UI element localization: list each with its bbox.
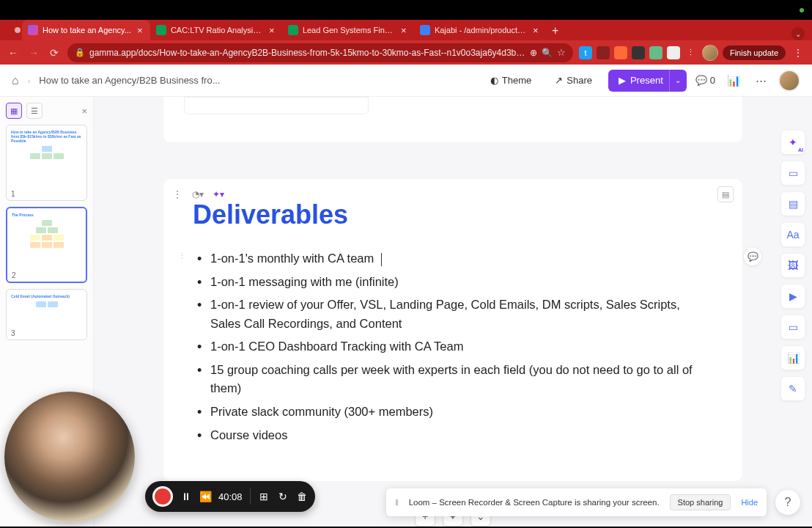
app-header: ⌂ › How to take an Agency/B2B Business f… (0, 65, 812, 97)
slide-thumbnail-1[interactable]: How to take an Agency/B2B Business from … (6, 125, 87, 201)
comments-button[interactable]: 💬0 (695, 75, 715, 86)
browser-tab-sheets[interactable]: CAC:LTV Ratio Analysis - Go... × (150, 20, 282, 40)
close-tab-icon[interactable]: × (136, 25, 144, 36)
ext-twitter-icon[interactable]: t (579, 46, 592, 59)
share-label: Share (566, 75, 592, 86)
present-label: Present (630, 75, 663, 86)
tab-strip: How to take an Agency... × CAC:LTV Ratio… (0, 20, 812, 40)
profile-avatar[interactable] (702, 45, 718, 61)
forward-button[interactable]: → (26, 47, 41, 59)
chrome-menu-icon[interactable]: ⋮ (790, 47, 806, 59)
stop-sharing-button[interactable]: Stop sharing (670, 494, 731, 510)
text-format-button[interactable]: Aa (781, 223, 805, 246)
card-layout-icon[interactable]: ▤ (717, 186, 734, 202)
tab-title: CAC:LTV Ratio Analysis - Go... (171, 26, 263, 34)
favicon-sheets (156, 25, 166, 35)
close-panel-icon[interactable]: × (81, 106, 87, 117)
more-menu-icon[interactable]: ⋯ (753, 71, 769, 90)
card-style-icon[interactable]: ◔▾ (190, 186, 206, 202)
hide-banner-button[interactable]: Hide (741, 498, 758, 507)
add-comment-icon[interactable]: 💬 (744, 248, 761, 265)
pause-icon[interactable]: ⏸ (180, 491, 192, 502)
list-item[interactable]: 1-on-1 messaging with me (infinite) (209, 273, 713, 292)
embed-button[interactable]: ▭ (781, 315, 805, 339)
back-button[interactable]: ← (6, 47, 21, 59)
zoom-icon[interactable]: 🔍 (542, 48, 553, 58)
deliverables-card[interactable]: ⋮ ◔▾ ✦▾ ▤ ⋮ 💬 Deliverables 1-on-1's mont… (163, 179, 742, 481)
loom-camera[interactable] (4, 392, 135, 522)
ext-icon[interactable] (632, 46, 645, 59)
theme-button[interactable]: ◐Theme (483, 70, 539, 90)
user-avatar[interactable] (778, 70, 800, 92)
close-tab-icon[interactable]: × (399, 25, 408, 36)
video-button[interactable]: ▶ (781, 285, 805, 308)
thumb-title: Cold Email (Automated Outreach) (11, 294, 82, 298)
layout-button[interactable]: ▤ (781, 192, 805, 216)
list-item[interactable]: 1-on-1's monthly with CA team (209, 249, 713, 268)
close-tab-icon[interactable]: × (267, 25, 276, 36)
trash-icon[interactable]: 🗑 (296, 491, 308, 502)
list-view-toggle[interactable]: ☰ (26, 103, 43, 119)
image-button[interactable]: 🖼 (781, 254, 805, 277)
previous-card-stub[interactable] (163, 97, 742, 142)
list-item[interactable]: 1-on-1 CEO Dashboard Tracking with CA Te… (209, 337, 713, 356)
list-item[interactable]: 15 group coaching calls per week with ex… (209, 361, 713, 398)
thumb-title: How to take an Agency/B2B Business from … (11, 130, 82, 143)
row-drag-handle[interactable]: ⋮ (176, 250, 188, 262)
slide-thumbnail-3[interactable]: Cold Email (Automated Outreach) 3 (6, 289, 87, 340)
draw-button[interactable]: ✎ (781, 377, 805, 400)
thumb-title: The Process (12, 213, 81, 217)
list-item[interactable]: Course videos (209, 426, 713, 445)
list-item[interactable]: Private slack community (300+ members) (209, 403, 713, 422)
favicon-kajabi (420, 25, 430, 35)
translate-icon[interactable]: ⊕ (530, 48, 537, 58)
close-tab-icon[interactable]: × (531, 25, 540, 36)
present-dropdown[interactable]: ⌄ (669, 70, 687, 92)
reload-button[interactable]: ⟳ (47, 47, 62, 59)
theme-label: Theme (502, 75, 531, 86)
bullet-text: 15 group coaching calls per week with ex… (210, 363, 693, 395)
new-tab-button[interactable]: + (546, 21, 564, 40)
browser-tab-kajabi[interactable]: Kajabi - /admin/products/214 × (414, 20, 546, 40)
present-button[interactable]: ▶Present (608, 70, 673, 92)
help-button[interactable]: ? (775, 490, 800, 515)
canvas-icon[interactable]: ⊞ (258, 491, 270, 502)
extensions-menu-icon[interactable]: ⋮ (684, 46, 698, 59)
chart-button[interactable]: 📊 (781, 346, 805, 370)
comment-count: 0 (710, 75, 715, 86)
bullet-text: 1-on-1 review of your Offer, VSL, Landin… (210, 298, 680, 330)
url-input[interactable]: 🔒 gamma.app/docs/How-to-take-an-AgencyB2… (67, 43, 573, 62)
tab-title: How to take an Agency... (43, 26, 131, 34)
drag-handle-icon[interactable]: ⋮ (169, 186, 185, 202)
stop-recording-button[interactable] (152, 486, 173, 507)
ai-assistant-button[interactable]: ✦AI (781, 131, 805, 154)
restart-icon[interactable]: ↻ (277, 491, 289, 502)
theme-icon: ◐ (490, 75, 498, 86)
rewind-icon[interactable]: ⏪ (199, 491, 211, 502)
slide-thumbnail-2[interactable]: The Process 2 (6, 207, 87, 283)
breadcrumb[interactable]: How to take an Agency/B2B Business fro..… (39, 75, 220, 86)
browser-tab-sheets2[interactable]: Lead Gen Systems Financial × (282, 20, 414, 40)
tabs-dropdown-button[interactable]: ⌄ (791, 27, 805, 40)
ext-icon[interactable] (597, 46, 610, 59)
list-item[interactable]: 1-on-1 review of your Offer, VSL, Landin… (209, 296, 713, 333)
browser-tab-gamma[interactable]: How to take an Agency... × (22, 20, 150, 40)
grip-icon[interactable]: ⦀ (395, 498, 399, 507)
card-templates-button[interactable]: ▭ (781, 161, 805, 185)
ext-icon[interactable] (667, 46, 680, 59)
tab-title: Kajabi - /admin/products/214 (435, 26, 527, 34)
ext-icon[interactable] (649, 46, 662, 59)
share-button[interactable]: ↗Share (547, 70, 599, 90)
bullet-list[interactable]: 1-on-1's monthly with CA team 1-on-1 mes… (193, 249, 713, 444)
canvas[interactable]: ⋮ ◔▾ ✦▾ ▤ ⋮ 💬 Deliverables 1-on-1's mont… (94, 97, 812, 527)
tab-title: Lead Gen Systems Financial (303, 26, 395, 34)
bullet-text: 1-on-1 messaging with me (infinite) (210, 275, 399, 288)
ai-sparkle-icon[interactable]: ✦▾ (210, 186, 226, 202)
grid-view-toggle[interactable]: ▦ (6, 103, 22, 119)
ext-icon[interactable] (614, 46, 627, 59)
finish-update-button[interactable]: Finish update (723, 45, 786, 60)
home-icon[interactable]: ⌂ (12, 74, 19, 87)
bookmark-icon[interactable]: ☆ (557, 47, 566, 58)
slide-heading[interactable]: Deliverables (193, 199, 713, 230)
analytics-icon[interactable]: 📊 (724, 71, 744, 90)
